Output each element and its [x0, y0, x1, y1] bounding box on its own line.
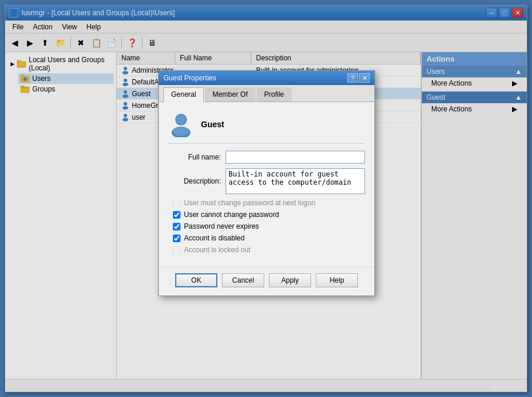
user-avatar — [168, 111, 194, 137]
checkbox-account-locked: Account is locked out — [168, 246, 365, 254]
dialog-title-bar: Guest Properties ? ✕ — [159, 71, 374, 85]
password-never-expires-label: Password never expires — [184, 222, 259, 230]
checkbox-cannot-change-password: User cannot change password — [168, 211, 365, 219]
password-never-expires-checkbox[interactable] — [173, 223, 180, 230]
dialog-buttons: OK Cancel Apply Help — [159, 267, 374, 296]
ok-button[interactable]: OK — [175, 273, 217, 287]
tab-general[interactable]: General — [163, 87, 204, 102]
dialog-title: Guest Properties — [163, 74, 346, 82]
dialog-content: Guest Full name: Description: Built-in a… — [159, 102, 374, 267]
description-textarea[interactable]: Built-in account for guest access to the… — [226, 168, 365, 194]
cannot-change-password-label: User cannot change password — [184, 211, 279, 219]
must-change-password-checkbox[interactable] — [173, 199, 180, 207]
apply-button[interactable]: Apply — [269, 273, 311, 287]
dialog-overlay: Guest Properties ? ✕ General Member Of P… — [0, 0, 532, 397]
description-row: Description: Built-in account for guest … — [168, 168, 365, 194]
help-button[interactable]: Help — [316, 273, 358, 287]
cancel-button[interactable]: Cancel — [222, 273, 264, 287]
checkbox-account-disabled: Account is disabled — [168, 234, 365, 242]
fullname-input[interactable] — [226, 151, 365, 164]
checkbox-password-never-expires: Password never expires — [168, 222, 365, 230]
svg-point-20 — [173, 127, 189, 136]
checkbox-must-change-password: User must change password at next logon — [168, 199, 365, 207]
must-change-password-label: User must change password at next logon — [184, 199, 315, 207]
fullname-label: Full name: — [168, 153, 221, 161]
tab-profile[interactable]: Profile — [257, 87, 292, 101]
cannot-change-password-checkbox[interactable] — [173, 211, 180, 219]
dialog-close-button[interactable]: ✕ — [359, 73, 370, 83]
dialog-tabs: General Member Of Profile — [159, 85, 374, 102]
description-label: Description: — [168, 177, 221, 185]
svg-point-19 — [176, 115, 186, 124]
account-locked-label: Account is locked out — [184, 246, 250, 254]
account-locked-checkbox[interactable] — [173, 246, 180, 254]
fullname-row: Full name: — [168, 151, 365, 164]
dialog-help-button[interactable]: ? — [347, 73, 358, 83]
dialog-username: Guest — [201, 120, 224, 129]
account-disabled-label: Account is disabled — [184, 234, 244, 242]
account-disabled-checkbox[interactable] — [173, 235, 180, 242]
tab-member-of[interactable]: Member Of — [205, 87, 255, 101]
dialog-user-header: Guest — [168, 111, 365, 144]
dialog-guest-properties: Guest Properties ? ✕ General Member Of P… — [158, 70, 375, 296]
